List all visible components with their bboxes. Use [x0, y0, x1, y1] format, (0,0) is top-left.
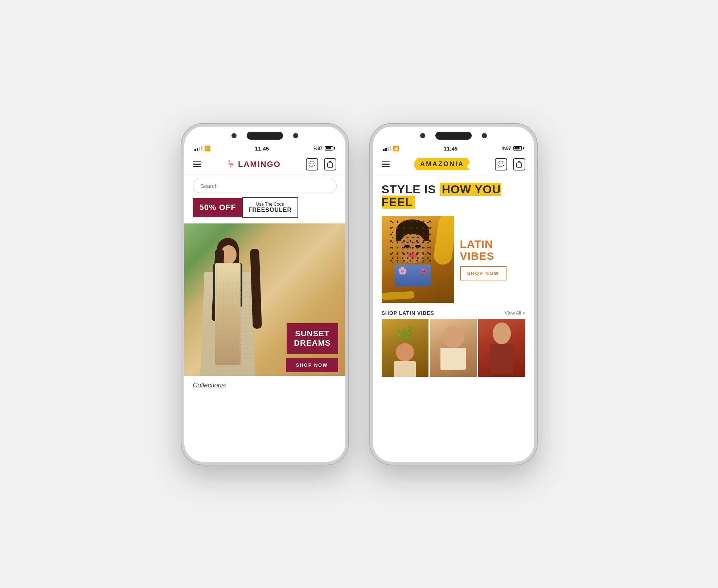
promo-banner: 50% OFF Use The Code FREESOULER: [193, 197, 337, 218]
chat-button[interactable]: 💬: [306, 158, 318, 170]
status-right-2: %87: [502, 146, 524, 151]
shop-section-title: SHOP LATIN VIBES: [382, 310, 434, 316]
view-all-button[interactable]: View All >: [505, 310, 525, 316]
amazonia-menu-button[interactable]: [382, 161, 390, 167]
amazonia-bag-button[interactable]: [513, 158, 525, 170]
svg-rect-0: [328, 163, 333, 167]
wifi-icon: 📶: [204, 145, 210, 151]
search-input[interactable]: [193, 179, 337, 193]
lamingo-navbar: 🦩 LAMINGO 💬: [184, 155, 345, 174]
style-headline: STYLE IS HOW YOU FEEL: [382, 183, 525, 209]
latin-vibes-title: LATIN VIBES: [460, 238, 525, 262]
phone-lamingo: 📶 11:45 %87 🦩 LAMINGO 💬: [181, 124, 348, 465]
battery-percent: %87: [313, 146, 322, 151]
promo-code: FREESOULER: [249, 207, 292, 213]
amazonia-logo: AMAZONIA: [420, 160, 464, 168]
nav-icons: 💬: [306, 158, 336, 170]
clock: 11:45: [255, 145, 269, 152]
latin-shop-now-button[interactable]: SHOP NOW: [460, 266, 506, 280]
battery-icon-2: [513, 146, 524, 151]
amazonia-nav-icons: 💬: [495, 158, 525, 170]
signal-icon-2: [383, 146, 391, 151]
headline-part1: STYLE IS: [382, 183, 436, 196]
phone-amazonia: 📶 11:45 %87 AMAZONIA 💬: [370, 124, 537, 465]
collections-label: Collections!: [184, 376, 345, 392]
status-left-2: 📶: [383, 145, 399, 151]
flamingo-icon: 🦩: [226, 160, 236, 169]
amazonia-logo-wrapper: AMAZONIA: [414, 158, 470, 170]
clock-2: 11:45: [444, 145, 458, 152]
latin-photo-sim: 🌸 🌺: [382, 216, 454, 303]
search-wrapper: [184, 174, 345, 197]
shop-section-header: SHOP LATIN VIBES View All >: [373, 307, 534, 319]
amazonia-app-content: AMAZONIA 💬 STYLE IS HOW YOU FEEL: [373, 155, 534, 462]
grid-photo-2: [430, 319, 477, 377]
hero-section: SUNSET DREAMS SHOP NOW: [184, 223, 345, 376]
hero-shop-button[interactable]: SHOP NOW: [286, 358, 338, 372]
lamingo-app-content: 🦩 LAMINGO 💬 50% OFF Use The Code: [184, 155, 345, 462]
code-instruction: Use The Code: [249, 202, 292, 207]
latin-vibes-photo: 🌸 🌺: [382, 216, 454, 303]
battery-icon: [325, 146, 335, 151]
latin-vibes-section: 🌸 🌺 LATIN VIBES SHOP NOW: [373, 212, 534, 307]
status-bar: 📶 11:45 %87: [184, 127, 345, 155]
lamingo-logo: 🦩 LAMINGO: [226, 160, 281, 169]
status-bar-2: 📶 11:45 %87: [373, 127, 534, 155]
svg-rect-1: [517, 163, 522, 167]
hero-title: SUNSET DREAMS: [287, 323, 338, 354]
status-right: %87: [313, 146, 335, 151]
menu-button[interactable]: [193, 161, 201, 167]
style-hero: STYLE IS HOW YOU FEEL: [373, 176, 534, 212]
signal-icon: [194, 146, 202, 151]
discount-label: 50% OFF: [193, 198, 243, 217]
battery-percent-2: %87: [502, 146, 511, 151]
amazonia-chat-button[interactable]: 💬: [495, 158, 507, 170]
wifi-icon-2: 📶: [393, 145, 399, 151]
bag-button[interactable]: [324, 158, 336, 170]
photo-grid: 🌿: [373, 319, 534, 377]
amazonia-navbar: AMAZONIA 💬: [373, 155, 534, 176]
promo-code-box: Use The Code FREESOULER: [242, 197, 298, 218]
grid-photo-3: [478, 319, 525, 377]
latin-text-side: LATIN VIBES SHOP NOW: [460, 238, 525, 280]
grid-photo-1: 🌿: [382, 319, 428, 377]
status-left: 📶: [194, 145, 210, 151]
